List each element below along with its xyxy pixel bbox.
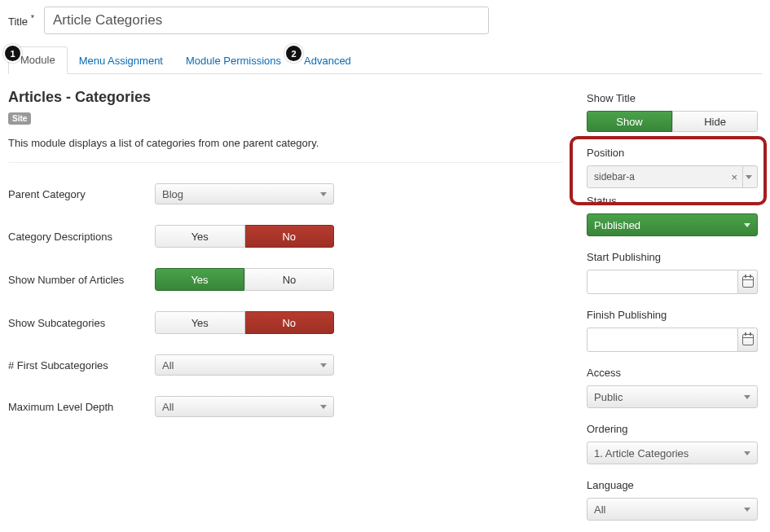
toggle-show[interactable]: Show: [587, 111, 672, 132]
label-max-level: Maximum Level Depth: [8, 401, 155, 413]
chevron-down-icon: [320, 363, 327, 367]
callout-1: 1: [3, 44, 22, 63]
select-language[interactable]: All: [587, 498, 758, 521]
chevron-down-icon: [320, 405, 327, 409]
label-finish-publishing: Finish Publishing: [587, 309, 769, 321]
input-start-publishing[interactable]: [587, 270, 738, 294]
label-start-publishing: Start Publishing: [587, 251, 769, 263]
toggle-hide[interactable]: Hide: [672, 111, 758, 132]
input-finish-publishing[interactable]: [587, 328, 738, 352]
title-label: Title *: [8, 13, 34, 28]
toggle-show-title: Show Hide: [587, 111, 758, 132]
select-status[interactable]: Published: [587, 213, 758, 236]
label-language: Language: [587, 479, 769, 491]
label-show-title: Show Title: [587, 92, 769, 104]
toggle-yes[interactable]: Yes: [155, 311, 245, 334]
tab-menu-assignment[interactable]: Menu Assignment: [68, 48, 174, 74]
tabs: Module Menu Assignment Module Permission…: [8, 46, 762, 74]
chevron-down-icon: [320, 192, 327, 196]
chevron-down-icon: [742, 166, 754, 187]
divider: [8, 162, 562, 163]
label-show-subcats: Show Subcategories: [8, 317, 155, 329]
label-status: Status: [587, 195, 769, 207]
clear-position-icon[interactable]: ×: [726, 171, 742, 183]
chevron-down-icon: [744, 508, 750, 512]
label-position: Position: [587, 147, 769, 159]
select-access[interactable]: Public: [587, 385, 758, 408]
module-heading: Articles - Categories: [8, 89, 562, 106]
callout-2: 2: [284, 44, 303, 63]
toggle-no[interactable]: No: [245, 311, 335, 334]
toggle-show-subcats: Yes No: [155, 311, 334, 334]
chevron-down-icon: [744, 395, 750, 399]
label-parent-category: Parent Category: [8, 188, 155, 200]
toggle-yes[interactable]: Yes: [155, 268, 244, 291]
calendar-button-start[interactable]: [738, 270, 758, 294]
label-access: Access: [587, 367, 769, 379]
chevron-down-icon: [744, 223, 750, 227]
toggle-no[interactable]: No: [245, 225, 335, 248]
label-ordering: Ordering: [587, 423, 769, 435]
title-input[interactable]: [44, 7, 489, 34]
client-badge: Site: [8, 112, 31, 125]
select-position[interactable]: sidebar-a ×: [587, 165, 758, 188]
tab-module-permissions[interactable]: Module Permissions: [174, 48, 293, 74]
module-description: This module displays a list of categorie…: [8, 137, 562, 149]
chevron-down-icon: [744, 451, 750, 455]
toggle-category-descriptions: Yes No: [155, 225, 334, 248]
select-parent-category[interactable]: Blog: [155, 183, 334, 204]
label-category-descriptions: Category Descriptions: [8, 231, 155, 243]
select-max-level[interactable]: All: [155, 396, 334, 417]
select-ordering[interactable]: 1. Article Categories: [587, 442, 758, 464]
label-first-subcats: # First Subcategories: [8, 359, 155, 372]
calendar-icon: [742, 334, 754, 345]
toggle-no[interactable]: No: [244, 268, 334, 291]
select-first-subcats[interactable]: All: [155, 354, 334, 376]
toggle-yes[interactable]: Yes: [155, 225, 245, 248]
label-show-number: Show Number of Articles: [8, 274, 155, 286]
calendar-icon: [742, 276, 754, 288]
toggle-show-number: Yes No: [155, 268, 334, 291]
calendar-button-finish[interactable]: [738, 328, 758, 352]
